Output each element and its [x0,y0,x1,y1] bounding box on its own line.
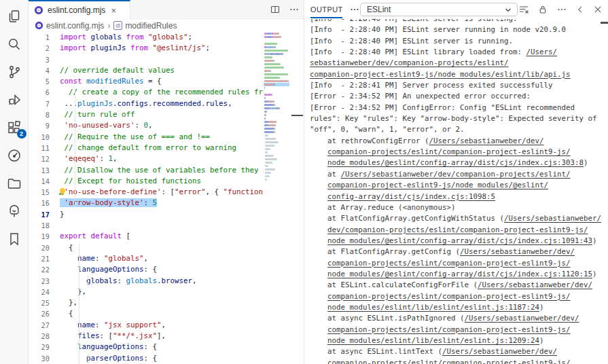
code-line[interactable]: 3 [29,54,264,65]
code-text[interactable]: { [60,242,73,253]
code-line[interactable]: 1import globals from "globals"; [29,32,264,43]
code-text[interactable]: ...pluginJs.configs.recommended.rules, [60,98,232,109]
code-text[interactable]: const modifiedRules = { [60,76,162,87]
panel-more-icon[interactable] [556,4,567,15]
code-text[interactable]: } [60,209,65,220]
code-line[interactable]: 21 name: "globals", [29,253,264,264]
breadcrumb-symbol[interactable]: modifiedRules [125,21,177,31]
code-line[interactable]: 5const modifiedRules = { [29,76,264,87]
code-line[interactable]: 23 globals: globals.browser, [29,276,264,287]
code-text[interactable]: }, [60,297,77,308]
line-number[interactable]: 19 [29,231,60,242]
file-link[interactable]: companion-projects/eslint/companion-proj… [327,292,571,301]
file-link[interactable]: config-array/dist/cjs/index.cjs:1098:5 [327,192,495,201]
run-debug-icon[interactable] [5,92,23,108]
code-line[interactable]: 2import pluginJs from "@eslint/js"; [29,43,264,54]
output-scrollbar-thumb[interactable] [601,22,608,24]
code-line[interactable]: 6 // create a copy of the recommended ru… [29,87,264,98]
line-number[interactable]: 22 [29,264,60,275]
code-text[interactable]: import pluginJs from "@eslint/js"; [60,43,210,54]
code-line[interactable]: 25 }, [29,297,264,308]
file-link[interactable]: companion-projects/eslint/companion-proj… [327,259,571,268]
file-link[interactable]: node_modules/@eslint/config-array/dist/c… [327,270,592,278]
file-link[interactable]: /Users/sebastianweber/ [504,214,601,223]
source-control-icon[interactable] [5,64,23,80]
code-line[interactable]: 16 'arrow-body-style': 5 [29,198,264,208]
line-number[interactable]: 18 [29,220,60,231]
code-text[interactable]: // Disallow the use of variables before … [60,165,264,176]
code-text[interactable]: globals: globals.browser, [60,276,197,287]
line-number[interactable]: 24 [29,287,60,297]
line-number[interactable]: 16 [29,198,60,208]
code-line[interactable]: 27 name: "jsx support", [29,320,264,331]
code-text[interactable]: name: "jsx support", [60,320,166,331]
editor-more-icon[interactable] [289,4,300,15]
code-text[interactable]: // Require the use of === and !== [60,132,210,143]
line-number[interactable]: 8 [29,109,60,120]
code-text[interactable]: // override default values [60,65,175,76]
explorer-icon[interactable] [5,8,23,24]
code-text[interactable]: }, [60,287,86,297]
lock-icon[interactable] [537,4,548,15]
code-text[interactable]: { [60,308,73,319]
line-number[interactable]: 27 [29,320,60,331]
code-text[interactable]: languageOptions: { [60,264,157,275]
split-editor-icon[interactable] [270,4,281,15]
clear-output-icon[interactable] [518,4,529,15]
code-line[interactable]: 9 'no-unused-vars': 0, [29,120,264,131]
file-link[interactable]: node_modules/@eslint/config-array/dist/c… [327,158,584,167]
line-number[interactable]: 17 [29,209,60,220]
line-number[interactable]: 14 [29,176,60,187]
code-text[interactable]: // Except for hoisted functions [60,176,201,187]
tab-eslint-config[interactable]: eslint.config.mjs × [29,0,130,19]
file-link[interactable]: /Users/sebastianweber/dev/ [460,247,575,256]
code-line[interactable]: 11 // change default from error to warni… [29,143,264,153]
code-text[interactable]: // change default from error to warning [60,143,236,153]
code-line[interactable]: 26 { [29,308,264,319]
tab-output[interactable]: OUTPUT [310,0,343,19]
tree-view-icon[interactable] [5,203,23,219]
line-number[interactable]: 10 [29,132,60,143]
line-number[interactable]: 6 [29,87,60,98]
code-text[interactable]: 'eqeqeq': 1, [60,153,118,164]
code-line[interactable]: 30 parserOptions: { [29,353,264,364]
breadcrumb-file[interactable]: eslint.config.mjs [46,21,104,31]
output-channel-select[interactable]: ESLint [360,3,518,16]
line-number[interactable]: 11 [29,143,60,153]
line-number[interactable]: 26 [29,308,60,319]
file-link[interactable]: sebastianweber/dev/companion-projects/es… [310,58,509,67]
file-link[interactable]: companion-project-eslint9-js/node_module… [327,181,548,189]
line-number[interactable]: 3 [29,54,60,65]
code-line[interactable]: 12 'eqeqeq': 1, [29,153,264,164]
line-number[interactable]: 7 [29,98,60,109]
code-text[interactable]: // create a copy of the recommended rule… [60,87,264,98]
file-link[interactable]: /Users/sebastianweber/dev/ [465,314,579,323]
code-line[interactable]: 17} [29,209,264,220]
code-text[interactable]: 'no-unused-vars': 0, [60,120,153,131]
line-number[interactable]: 15 [29,187,60,198]
code-line[interactable]: 4// override default values [29,65,264,76]
line-number[interactable]: 13 [29,165,60,176]
code-line[interactable]: 20 { [29,242,264,253]
line-number[interactable]: 21 [29,253,60,264]
file-link[interactable]: node_modules/@eslint/config-array/dist/c… [327,236,592,245]
code-text[interactable]: // turn rule off [60,109,135,120]
line-number[interactable]: 29 [29,342,60,352]
line-number[interactable]: 30 [29,353,60,364]
code-line[interactable]: 24 }, [29,287,264,297]
close-panel-icon[interactable] [593,5,603,14]
file-link[interactable]: node_modules/eslint/lib/eslint/eslint.js… [327,336,539,345]
line-number[interactable]: 2 [29,43,60,54]
line-number[interactable]: 12 [29,153,60,164]
code-line[interactable]: 18 [29,220,264,231]
tab-close-icon[interactable]: × [111,6,116,15]
lightbulb-icon[interactable] [58,187,67,196]
file-link[interactable]: /Users/sebastianweber/dev/ [429,136,544,145]
code-text[interactable]: import globals from "globals"; [60,32,192,43]
code-editor[interactable]: 1import globals from "globals";2import p… [29,32,264,364]
file-link[interactable]: /Users/sebastianweber/dev/ [478,280,592,289]
panel-tabs-more-icon[interactable] [349,0,360,19]
chevron-left-icon[interactable] [575,5,585,14]
search-icon[interactable] [5,36,23,52]
code-line[interactable]: 8 // turn rule off [29,109,264,120]
